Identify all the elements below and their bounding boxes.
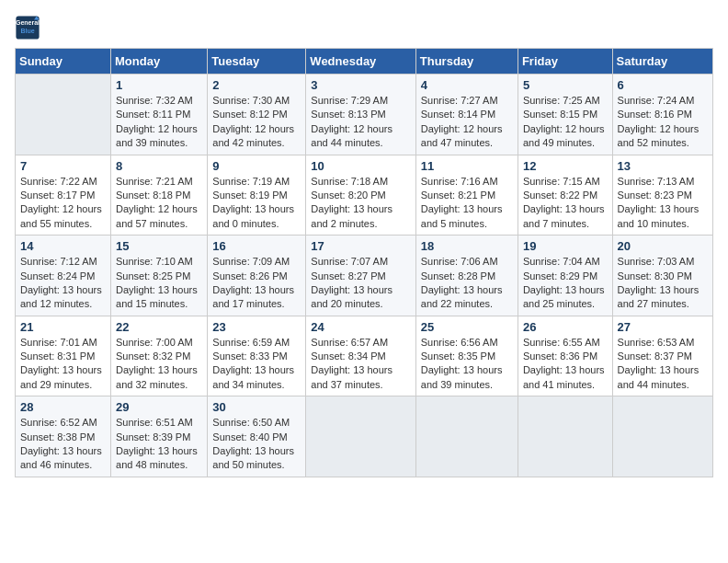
calendar-cell: 14 Sunrise: 7:12 AM Sunset: 8:24 PM Dayl… [16,236,111,316]
calendar-header: SundayMondayTuesdayWednesdayThursdayFrid… [16,49,713,75]
sunset-text: Sunset: 8:32 PM [116,350,190,362]
day-number: 3 [311,78,410,92]
day-info: Sunrise: 6:55 AM Sunset: 8:36 PM Dayligh… [523,336,608,393]
calendar-cell: 1 Sunrise: 7:32 AM Sunset: 8:11 PM Dayli… [111,75,208,155]
daylight-text: Daylight: 12 hours and 47 minutes. [421,123,503,148]
daylight-text: Daylight: 13 hours and 15 minutes. [116,284,198,309]
calendar-cell: 17 Sunrise: 7:07 AM Sunset: 8:27 PM Dayl… [306,236,415,316]
day-of-week-header: Friday [518,49,612,75]
sunrise-text: Sunrise: 7:29 AM [311,95,388,106]
sunset-text: Sunset: 8:29 PM [523,270,597,282]
day-of-week-header: Sunday [16,49,111,75]
sunrise-text: Sunrise: 7:00 AM [116,337,193,348]
day-info: Sunrise: 7:09 AM Sunset: 8:26 PM Dayligh… [212,255,301,312]
day-info: Sunrise: 6:57 AM Sunset: 8:34 PM Dayligh… [311,336,410,393]
calendar-cell: 25 Sunrise: 6:56 AM Sunset: 8:35 PM Dayl… [415,316,518,396]
day-info: Sunrise: 7:13 AM Sunset: 8:23 PM Dayligh… [618,175,708,232]
day-number: 2 [212,78,301,92]
sunset-text: Sunset: 8:11 PM [116,109,190,120]
day-info: Sunrise: 6:59 AM Sunset: 8:33 PM Dayligh… [212,336,301,393]
calendar-cell: 10 Sunrise: 7:18 AM Sunset: 8:20 PM Dayl… [306,155,415,236]
sunrise-text: Sunrise: 7:01 AM [20,337,97,348]
day-number: 24 [311,320,410,334]
sunset-text: Sunset: 8:34 PM [311,350,385,362]
sunset-text: Sunset: 8:23 PM [618,190,692,201]
sunset-text: Sunset: 8:19 PM [212,190,287,201]
day-number: 4 [421,78,513,92]
calendar-week-row: 28 Sunrise: 6:52 AM Sunset: 8:38 PM Dayl… [16,396,713,477]
daylight-text: Daylight: 13 hours and 5 minutes. [421,203,503,228]
sunset-text: Sunset: 8:14 PM [421,109,495,120]
daylight-text: Daylight: 12 hours and 57 minutes. [116,203,198,228]
sunrise-text: Sunrise: 7:27 AM [421,95,498,106]
daylight-text: Daylight: 13 hours and 20 minutes. [311,284,392,309]
sunset-text: Sunset: 8:15 PM [523,109,597,120]
page-header: General Blue [15,15,713,40]
sunrise-text: Sunrise: 7:09 AM [212,256,290,267]
daylight-text: Daylight: 13 hours and 0 minutes. [212,203,294,228]
day-number: 18 [421,239,513,253]
sunrise-text: Sunrise: 6:50 AM [212,417,290,428]
day-number: 12 [523,159,608,173]
sunrise-text: Sunrise: 7:24 AM [618,95,695,106]
day-number: 14 [20,239,106,253]
calendar-cell: 20 Sunrise: 7:03 AM Sunset: 8:30 PM Dayl… [612,236,712,316]
sunrise-text: Sunrise: 7:16 AM [421,176,498,187]
day-info: Sunrise: 7:06 AM Sunset: 8:28 PM Dayligh… [421,255,513,312]
sunrise-text: Sunrise: 6:56 AM [421,337,498,348]
logo: General Blue [15,15,44,40]
sunset-text: Sunset: 8:17 PM [20,190,95,201]
calendar-table: SundayMondayTuesdayWednesdayThursdayFrid… [15,48,713,477]
day-number: 15 [116,239,202,253]
day-info: Sunrise: 7:00 AM Sunset: 8:32 PM Dayligh… [116,336,202,393]
day-number: 23 [212,320,301,334]
calendar-cell: 13 Sunrise: 7:13 AM Sunset: 8:23 PM Dayl… [612,155,712,236]
calendar-cell: 4 Sunrise: 7:27 AM Sunset: 8:14 PM Dayli… [415,75,518,155]
sunset-text: Sunset: 8:25 PM [116,270,190,282]
sunrise-text: Sunrise: 7:21 AM [116,176,193,187]
calendar-cell: 12 Sunrise: 7:15 AM Sunset: 8:22 PM Dayl… [518,155,612,236]
calendar-cell: 7 Sunrise: 7:22 AM Sunset: 8:17 PM Dayli… [16,155,111,236]
daylight-text: Daylight: 13 hours and 37 minutes. [311,364,392,389]
daylight-text: Daylight: 12 hours and 42 minutes. [212,123,294,148]
sunset-text: Sunset: 8:18 PM [116,190,190,201]
calendar-cell: 24 Sunrise: 6:57 AM Sunset: 8:34 PM Dayl… [306,316,415,396]
sunrise-text: Sunrise: 6:55 AM [523,337,600,348]
sunrise-text: Sunrise: 7:04 AM [523,256,600,267]
day-info: Sunrise: 7:27 AM Sunset: 8:14 PM Dayligh… [421,94,513,151]
sunrise-text: Sunrise: 7:22 AM [20,176,97,187]
day-number: 21 [20,320,106,334]
calendar-cell: 28 Sunrise: 6:52 AM Sunset: 8:38 PM Dayl… [16,396,111,477]
day-number: 10 [311,159,410,173]
day-info: Sunrise: 6:56 AM Sunset: 8:35 PM Dayligh… [421,336,513,393]
sunrise-text: Sunrise: 6:51 AM [116,417,193,428]
sunrise-text: Sunrise: 7:13 AM [618,176,695,187]
day-of-week-header: Thursday [415,49,518,75]
sunrise-text: Sunrise: 7:19 AM [212,176,290,187]
day-number: 22 [116,320,202,334]
sunrise-text: Sunrise: 7:32 AM [116,95,193,106]
calendar-cell: 22 Sunrise: 7:00 AM Sunset: 8:32 PM Dayl… [111,316,208,396]
sunset-text: Sunset: 8:22 PM [523,190,597,201]
sunset-text: Sunset: 8:28 PM [421,270,495,282]
sunset-text: Sunset: 8:40 PM [212,431,287,442]
day-info: Sunrise: 6:50 AM Sunset: 8:40 PM Dayligh… [212,416,301,473]
sunrise-text: Sunrise: 7:30 AM [212,95,290,106]
day-number: 11 [421,159,513,173]
calendar-week-row: 14 Sunrise: 7:12 AM Sunset: 8:24 PM Dayl… [16,236,713,316]
daylight-text: Daylight: 13 hours and 50 minutes. [212,445,294,470]
sunrise-text: Sunrise: 7:07 AM [311,256,388,267]
day-number: 28 [20,400,106,414]
daylight-text: Daylight: 13 hours and 25 minutes. [523,284,605,309]
header-row: SundayMondayTuesdayWednesdayThursdayFrid… [16,49,713,75]
day-info: Sunrise: 7:15 AM Sunset: 8:22 PM Dayligh… [523,175,608,232]
daylight-text: Daylight: 13 hours and 10 minutes. [618,203,700,228]
day-info: Sunrise: 7:03 AM Sunset: 8:30 PM Dayligh… [618,255,708,312]
calendar-cell: 27 Sunrise: 6:53 AM Sunset: 8:37 PM Dayl… [612,316,712,396]
sunset-text: Sunset: 8:33 PM [212,350,287,362]
calendar-cell: 30 Sunrise: 6:50 AM Sunset: 8:40 PM Dayl… [208,396,306,477]
day-number: 16 [212,239,301,253]
daylight-text: Daylight: 12 hours and 44 minutes. [311,123,392,148]
daylight-text: Daylight: 13 hours and 27 minutes. [618,284,700,309]
sunset-text: Sunset: 8:30 PM [618,270,692,282]
